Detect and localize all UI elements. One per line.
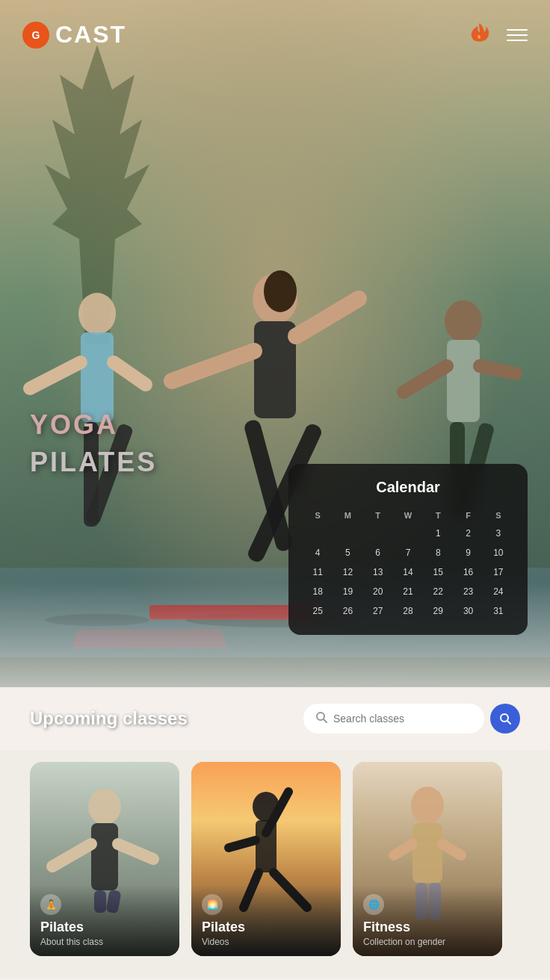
cal-day-23[interactable]: 23: [454, 583, 482, 601]
cal-day-28[interactable]: 28: [394, 602, 422, 620]
cal-day-18[interactable]: 18: [303, 583, 332, 601]
svg-line-43: [442, 844, 461, 855]
header-actions: [468, 22, 528, 49]
cal-day-25[interactable]: 25: [303, 602, 332, 620]
svg-point-7: [264, 270, 297, 312]
calendar-widget: Calendar S M T W T F S 1 2 3 4 5 6 7 8 9…: [288, 464, 528, 635]
cal-day-17[interactable]: 17: [484, 563, 513, 581]
svg-line-15: [404, 366, 447, 392]
svg-line-10: [296, 299, 359, 336]
card-3-icon: 🌐: [363, 894, 384, 915]
cal-day-21[interactable]: 21: [394, 583, 422, 601]
cal-header-m: M: [333, 508, 362, 523]
svg-point-13: [445, 300, 482, 342]
cal-day-19[interactable]: 19: [333, 583, 362, 601]
class-card-fitness[interactable]: 🌐 Fitness Collection on gender: [353, 762, 502, 956]
menu-line-2: [507, 34, 528, 36]
calendar-grid: S M T W T F S 1 2 3 4 5 6 7 8 9 10 11 12: [303, 508, 513, 620]
cal-day-1[interactable]: 1: [424, 524, 452, 542]
menu-line-3: [507, 40, 528, 41]
svg-rect-29: [91, 823, 118, 890]
cal-day-9[interactable]: 9: [454, 544, 482, 562]
cal-day-30[interactable]: 30: [454, 602, 482, 620]
cal-day-3[interactable]: 3: [484, 524, 513, 542]
upcoming-bar: Upcoming classes: [0, 687, 550, 750]
hero-tag-yoga: YOGA: [30, 409, 157, 441]
svg-rect-14: [447, 340, 480, 422]
cal-day-empty1: [303, 524, 332, 542]
card-1-name: Pilates: [40, 919, 169, 935]
cal-day-10[interactable]: 10: [484, 544, 513, 562]
logo[interactable]: G CAST: [22, 21, 126, 49]
class-card-pilates[interactable]: 🧘 Pilates About this class: [30, 762, 179, 956]
cal-day-empty2: [333, 524, 362, 542]
cal-day-8[interactable]: 8: [424, 544, 452, 562]
cal-day-5[interactable]: 5: [333, 544, 362, 562]
cal-header-s2: S: [484, 508, 513, 523]
cal-header-t2: T: [424, 508, 452, 523]
cal-day-11[interactable]: 11: [303, 563, 332, 581]
card-2-desc: Videos: [202, 937, 330, 947]
notification-icon[interactable]: [468, 22, 492, 49]
cal-day-2[interactable]: 2: [454, 524, 482, 542]
classes-grid: 🧘 Pilates About this class: [0, 750, 550, 979]
cal-day-13[interactable]: 13: [364, 563, 392, 581]
card-3-desc: Collection on gender: [363, 937, 492, 947]
card-3-name: Fitness: [363, 919, 492, 935]
svg-line-30: [52, 844, 91, 866]
cal-day-7[interactable]: 7: [394, 544, 422, 562]
menu-line-1: [507, 29, 528, 31]
svg-point-28: [88, 789, 121, 825]
svg-line-37: [229, 840, 256, 848]
app-name: CAST: [55, 21, 126, 49]
search-input[interactable]: [333, 713, 472, 725]
cal-day-20[interactable]: 20: [364, 583, 392, 601]
upcoming-label: Upcoming classes: [30, 708, 188, 729]
card-2-name: Pilates: [202, 919, 330, 935]
cal-header-s1: S: [303, 508, 332, 523]
cal-day-15[interactable]: 15: [424, 563, 452, 581]
svg-rect-1: [81, 332, 114, 422]
svg-line-3: [114, 362, 146, 385]
svg-line-9: [172, 351, 254, 381]
svg-line-27: [507, 721, 510, 724]
svg-line-31: [118, 844, 153, 859]
svg-line-42: [394, 844, 412, 855]
cal-day-29[interactable]: 29: [424, 602, 452, 620]
cal-day-22[interactable]: 22: [424, 583, 452, 601]
hamburger-menu-icon[interactable]: [507, 29, 528, 41]
cal-day-6[interactable]: 6: [364, 544, 392, 562]
search-icon: [315, 711, 327, 726]
hero-section: G CAST YOGA PILATES Calendar: [0, 0, 550, 732]
svg-line-16: [480, 366, 516, 373]
cal-day-26[interactable]: 26: [333, 602, 362, 620]
cal-day-4[interactable]: 4: [303, 544, 332, 562]
cal-header-t1: T: [364, 508, 392, 523]
calendar-title: Calendar: [303, 479, 513, 496]
cal-day-14[interactable]: 14: [394, 563, 422, 581]
card-1-info: 🧘 Pilates About this class: [30, 885, 179, 956]
cal-day-24[interactable]: 24: [484, 583, 513, 601]
svg-point-0: [78, 293, 116, 335]
svg-line-2: [30, 362, 81, 388]
cal-day-12[interactable]: 12: [333, 563, 362, 581]
search-button[interactable]: [490, 704, 520, 734]
bottom-section: Upcoming classes: [0, 687, 550, 980]
cal-day-empty3: [364, 524, 392, 542]
card-3-info: 🌐 Fitness Collection on gender: [353, 885, 502, 956]
class-card-pilates-2[interactable]: 🌅 Pilates Videos: [191, 762, 341, 956]
hero-tag-pilates: PILATES: [30, 447, 157, 478]
svg-line-25: [324, 719, 327, 722]
card-2-info: 🌅 Pilates Videos: [191, 885, 341, 956]
card-2-icon: 🌅: [202, 894, 223, 915]
card-1-icon: 🧘: [40, 894, 61, 915]
cal-header-w: W: [394, 508, 422, 523]
cal-day-31[interactable]: 31: [484, 602, 513, 620]
hero-text-block: YOGA PILATES: [30, 409, 157, 478]
card-1-desc: About this class: [40, 937, 169, 947]
logo-icon: G: [22, 22, 49, 49]
cal-header-f: F: [454, 508, 482, 523]
search-bar[interactable]: [303, 704, 484, 734]
cal-day-16[interactable]: 16: [454, 563, 482, 581]
cal-day-27[interactable]: 27: [364, 602, 392, 620]
